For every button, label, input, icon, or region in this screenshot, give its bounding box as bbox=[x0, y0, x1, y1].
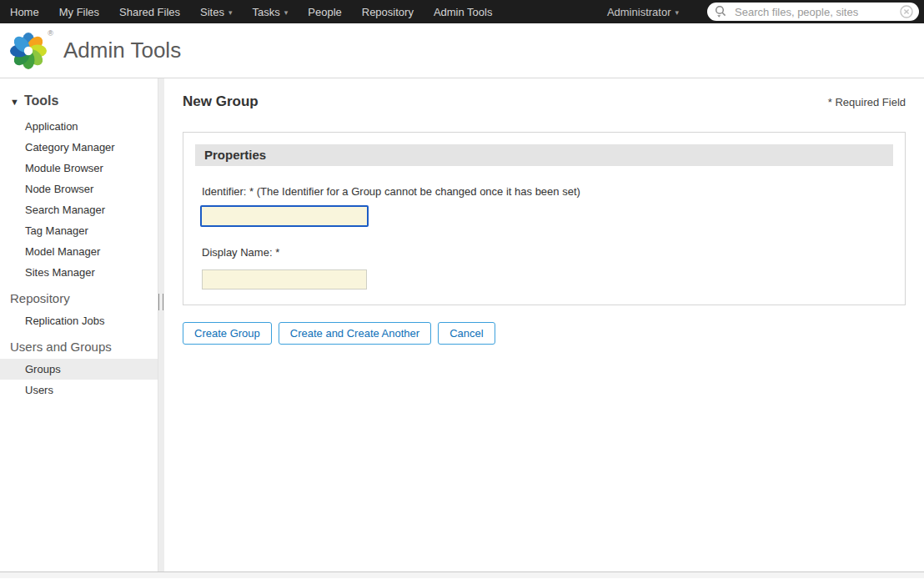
nav-item-my-files[interactable]: My Files bbox=[49, 6, 109, 18]
sidebar-item-sites-manager[interactable]: Sites Manager bbox=[0, 262, 158, 283]
nav-item-shared-files[interactable]: Shared Files bbox=[109, 6, 190, 18]
nav-item-repository[interactable]: Repository bbox=[352, 6, 424, 18]
nav-item-admin-tools[interactable]: Admin Tools bbox=[424, 6, 503, 18]
nav-item-sites[interactable]: Sites▾ bbox=[190, 6, 242, 18]
sidebar-item-tag-manager[interactable]: Tag Manager bbox=[0, 220, 158, 241]
nav-right-group: Administrator▾ bbox=[607, 3, 924, 21]
main-area: ▼Tools Application Category Manager Modu… bbox=[0, 78, 924, 571]
content-panel: New Group * Required Field Properties Id… bbox=[164, 78, 924, 571]
search-box bbox=[707, 3, 919, 21]
page-header-title: Admin Tools bbox=[63, 38, 181, 63]
sidebar-item-search-manager[interactable]: Search Manager bbox=[0, 199, 158, 220]
sidebar-item-users[interactable]: Users bbox=[0, 380, 158, 400]
nav-item-home[interactable]: Home bbox=[0, 6, 49, 18]
chevron-down-icon: ▾ bbox=[675, 8, 679, 17]
top-navigation-bar: Home My Files Shared Files Sites▾ Tasks▾… bbox=[0, 0, 924, 23]
sidebar-item-node-browser[interactable]: Node Browser bbox=[0, 179, 158, 199]
search-icon[interactable] bbox=[714, 4, 728, 19]
sidebar-item-module-browser[interactable]: Module Browser bbox=[0, 158, 158, 179]
sidebar-section-repository: Repository bbox=[0, 283, 158, 310]
footer-strip bbox=[0, 571, 924, 578]
triangle-down-icon: ▼ bbox=[10, 97, 19, 107]
user-menu[interactable]: Administrator▾ bbox=[607, 6, 679, 18]
chevron-down-icon: ▾ bbox=[228, 8, 233, 17]
sidebar-item-replication-jobs[interactable]: Replication Jobs bbox=[0, 310, 158, 331]
identifier-input[interactable] bbox=[200, 205, 369, 227]
cancel-button[interactable]: Cancel bbox=[438, 322, 495, 345]
chevron-down-icon: ▾ bbox=[284, 8, 289, 17]
nav-item-tasks[interactable]: Tasks▾ bbox=[243, 6, 299, 18]
sidebar-section-tools[interactable]: ▼Tools bbox=[0, 93, 158, 116]
required-field-note: * Required Field bbox=[828, 96, 906, 108]
identifier-label: Identifier: * (The Identifier for a Grou… bbox=[202, 185, 893, 198]
properties-panel: Properties Identifier: * (The Identifier… bbox=[183, 132, 906, 305]
sidebar-item-model-manager[interactable]: Model Manager bbox=[0, 241, 158, 262]
sidebar-section-users-and-groups: Users and Groups bbox=[0, 331, 158, 359]
sidebar-divider bbox=[158, 78, 164, 571]
registered-mark: ® bbox=[48, 29, 53, 38]
sidebar: ▼Tools Application Category Manager Modu… bbox=[0, 78, 164, 571]
nav-item-people[interactable]: People bbox=[298, 6, 351, 18]
create-group-button[interactable]: Create Group bbox=[183, 322, 272, 345]
sidebar-resize-handle[interactable] bbox=[158, 294, 163, 310]
properties-panel-header: Properties bbox=[195, 144, 893, 166]
search-input[interactable] bbox=[733, 5, 899, 19]
form-buttons: Create Group Create and Create Another C… bbox=[183, 322, 906, 345]
sidebar-item-groups[interactable]: Groups bbox=[0, 359, 158, 380]
page-title: New Group bbox=[183, 93, 259, 110]
sidebar-item-application[interactable]: Application bbox=[0, 116, 158, 137]
alfresco-logo-icon: ® bbox=[8, 29, 52, 73]
content-title-row: New Group * Required Field bbox=[183, 93, 906, 110]
clear-search-icon[interactable] bbox=[899, 4, 914, 19]
sidebar-item-category-manager[interactable]: Category Manager bbox=[0, 137, 158, 158]
app-header: ® Admin Tools bbox=[0, 23, 924, 78]
display-name-label: Display Name: * bbox=[202, 246, 893, 259]
display-name-input[interactable] bbox=[202, 269, 367, 290]
create-and-create-another-button[interactable]: Create and Create Another bbox=[279, 322, 431, 345]
